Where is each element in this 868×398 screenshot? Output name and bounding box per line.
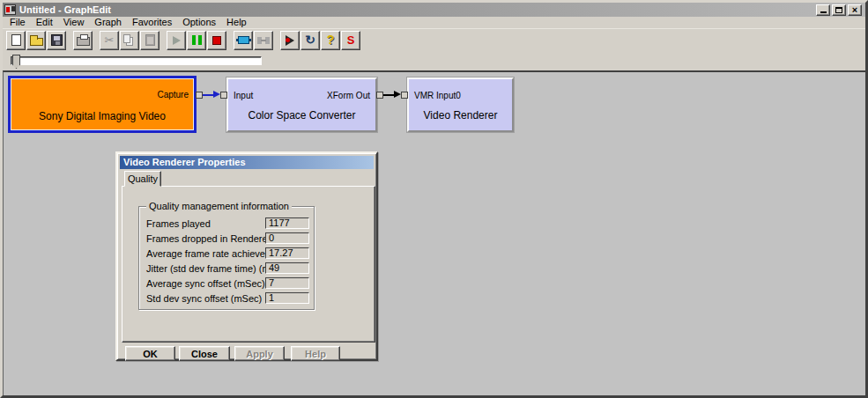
filter-name: Sony Digital Imaging Video xyxy=(11,110,194,122)
frames-dropped-value[interactable]: 0 xyxy=(265,232,309,244)
print-button[interactable] xyxy=(73,31,93,50)
menu-item-options[interactable]: Options xyxy=(177,17,221,28)
pin-vmr-input[interactable] xyxy=(401,92,408,99)
menu-item-help[interactable]: Help xyxy=(221,17,252,28)
pin-label-xform-out: XForm Out xyxy=(327,91,370,100)
menu-item-edit[interactable]: Edit xyxy=(31,17,58,28)
maximize-button[interactable] xyxy=(832,4,846,16)
field-label: Average frame rate achieved xyxy=(146,248,271,259)
help-button[interactable]: ? xyxy=(321,31,340,50)
tab-quality[interactable]: Quality xyxy=(124,171,161,187)
copy-button xyxy=(120,31,139,50)
cut-icon: ✂ xyxy=(105,34,115,46)
pin-capture-output[interactable] xyxy=(196,92,203,99)
seek-bar xyxy=(3,51,865,70)
pause-icon xyxy=(192,35,202,45)
toolbar-separator xyxy=(160,31,166,50)
render-media-button[interactable] xyxy=(280,31,300,50)
video-renderer-properties-dialog: Video Renderer Properties Quality Qualit… xyxy=(115,151,378,361)
quality-group-box: Quality management information Frames pl… xyxy=(138,206,315,310)
filter-color-space-converter[interactable]: Input XForm Out Color Space Converter xyxy=(226,77,377,132)
connection-arrowhead xyxy=(213,91,220,98)
pin-label-input: Input xyxy=(234,91,253,100)
new-button[interactable] xyxy=(6,31,26,50)
title-bar: Untitled - GraphEdit × xyxy=(3,3,865,17)
dialog-title-bar: Video Renderer Properties xyxy=(120,156,374,169)
refresh-button[interactable]: ↻ xyxy=(300,31,320,50)
frames-played-value[interactable]: 1177 xyxy=(265,217,309,229)
window-controls: × xyxy=(816,4,862,16)
maximize-icon xyxy=(835,7,842,13)
field-label: Average sync offset (mSec) xyxy=(146,278,265,289)
close-button[interactable]: × xyxy=(848,4,862,16)
toolbar-separator xyxy=(227,31,233,50)
menu-item-view[interactable]: View xyxy=(58,17,90,28)
seek-bar-thumb[interactable] xyxy=(12,55,20,69)
seek-bar-track[interactable] xyxy=(11,56,262,65)
stop-icon xyxy=(212,36,221,45)
field-label: Frames played xyxy=(146,218,211,229)
pin-label-vmr-input0: VMR Input0 xyxy=(414,91,461,100)
app-icon xyxy=(4,4,16,15)
filter-name: Color Space Converter xyxy=(228,109,375,122)
graphedit-window: Untitled - GraphEdit × File Edit View Gr… xyxy=(0,0,868,398)
render-media-icon xyxy=(286,35,294,46)
insert-filter-button[interactable] xyxy=(234,31,253,50)
pin-input[interactable] xyxy=(220,92,227,99)
menu-item-favorites[interactable]: Favorites xyxy=(127,17,177,28)
toolbar-separator xyxy=(274,31,279,50)
connect-button xyxy=(254,31,273,50)
toolbar-separator xyxy=(67,31,72,50)
stop-button[interactable] xyxy=(207,31,226,50)
menu-item-graph[interactable]: Graph xyxy=(89,17,127,28)
close-icon: × xyxy=(852,6,857,14)
help-icon: ? xyxy=(327,34,335,46)
stats-icon: S xyxy=(347,34,355,46)
save-button[interactable] xyxy=(47,31,66,50)
ok-button[interactable]: OK xyxy=(125,346,175,361)
field-label: Frames dropped in Renderer xyxy=(146,233,271,244)
new-icon xyxy=(11,34,21,46)
menu-bar: File Edit View Graph Favorites Options H… xyxy=(3,17,865,28)
connection-arrowhead xyxy=(394,91,401,98)
window-title: Untitled - GraphEdit xyxy=(19,4,816,15)
play-button xyxy=(167,31,186,50)
toolbar-separator xyxy=(93,31,99,50)
toolbar: ✂ ↻ ? S xyxy=(3,28,865,51)
filter-name: Video Renderer xyxy=(409,109,512,122)
pause-button[interactable] xyxy=(187,31,206,50)
graph-canvas: Capture Sony Digital Imaging Video Input… xyxy=(3,70,865,395)
save-icon xyxy=(51,34,63,46)
filter-sony-digital-imaging-video[interactable]: Capture Sony Digital Imaging Video xyxy=(8,76,197,133)
copy-icon xyxy=(123,34,130,43)
cut-button: ✂ xyxy=(100,31,119,50)
paste-button xyxy=(140,31,160,50)
pin-label-capture: Capture xyxy=(157,90,189,100)
play-icon xyxy=(173,36,181,45)
pin-xform-output[interactable] xyxy=(376,92,383,99)
stats-button[interactable]: S xyxy=(341,31,360,50)
std-dev-sync-offset-value[interactable]: 1 xyxy=(265,292,309,304)
minimize-icon xyxy=(820,11,827,13)
filter-video-renderer[interactable]: VMR Input0 Video Renderer xyxy=(407,77,514,132)
jitter-value[interactable]: 49 xyxy=(265,262,309,274)
open-icon xyxy=(30,38,43,46)
group-box-label: Quality management information xyxy=(146,201,292,211)
close-dialog-button[interactable]: Close xyxy=(179,346,230,361)
help-dialog-button: Help xyxy=(291,346,340,361)
open-button[interactable] xyxy=(26,31,46,50)
minimize-button[interactable] xyxy=(816,4,830,16)
apply-button: Apply xyxy=(234,346,285,361)
field-label: Std dev sync offset (mSec) xyxy=(146,293,262,304)
menu-item-file[interactable]: File xyxy=(4,17,31,28)
insert-filter-icon xyxy=(238,36,249,44)
paste-icon xyxy=(145,34,155,46)
avg-sync-offset-value[interactable]: 7 xyxy=(265,277,309,289)
avg-frame-rate-value[interactable]: 17.27 xyxy=(265,247,309,259)
connect-icon xyxy=(257,37,270,44)
print-icon xyxy=(77,37,90,46)
refresh-icon: ↻ xyxy=(305,34,315,46)
